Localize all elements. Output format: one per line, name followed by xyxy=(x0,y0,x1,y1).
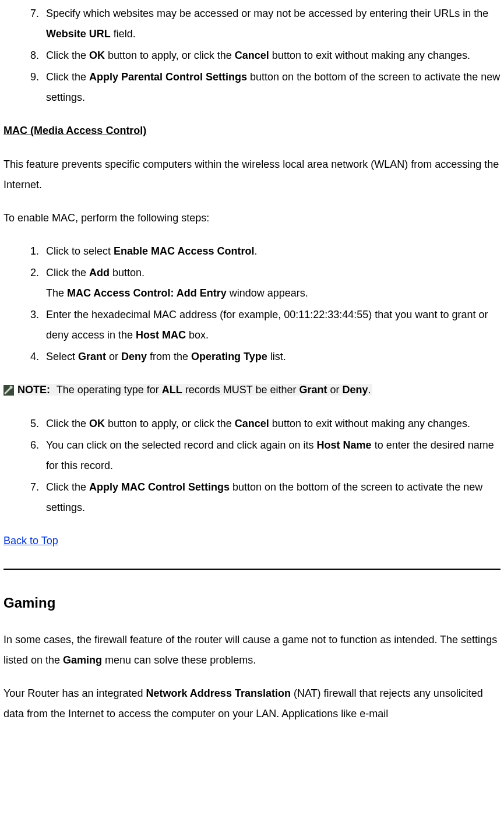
text: window appears. xyxy=(227,287,308,299)
mac-step-5: Click the OK button to apply, or click t… xyxy=(36,414,501,434)
bold-cancel: Cancel xyxy=(235,50,269,61)
step-8: Click the OK button to apply, or click t… xyxy=(36,45,501,66)
bold-website-url: Website URL xyxy=(46,28,111,40)
bold-add: Add xyxy=(89,267,110,278)
text: list. xyxy=(267,351,286,362)
text: button to exit without making any change… xyxy=(269,50,470,61)
gaming-intro: In some cases, the firewall feature of t… xyxy=(3,630,501,671)
mac-lead: To enable MAC, perform the following ste… xyxy=(3,208,501,228)
gaming-heading: Gaming xyxy=(3,590,501,617)
text: Click the xyxy=(46,71,89,83)
bold-nat: Network Address Translation xyxy=(146,687,291,699)
text: You can click on the selected record and… xyxy=(46,439,317,451)
text: Click the xyxy=(46,267,89,278)
mac-step-7: Click the Apply MAC Control Settings but… xyxy=(36,477,501,518)
note-body: NOTE: The operating type for ALL records… xyxy=(17,380,372,400)
text: . xyxy=(254,245,257,257)
text: Click the xyxy=(46,418,89,429)
mac-intro: This feature prevents specific computers… xyxy=(3,154,501,195)
text: button to exit without making any change… xyxy=(269,418,470,429)
mac-steps-list-continued: Click the OK button to apply, or click t… xyxy=(3,414,501,518)
text: menu can solve these problems. xyxy=(102,654,256,666)
steps-list-continued: Specify which websites may be accessed o… xyxy=(3,3,501,108)
bold-deny: Deny xyxy=(121,351,147,362)
section-divider xyxy=(3,569,501,570)
note-label: NOTE: xyxy=(17,384,52,396)
text: Specify which websites may be accessed o… xyxy=(46,8,488,19)
text: Click the xyxy=(46,481,89,493)
text: The xyxy=(46,287,67,299)
text: button to apply, or click the xyxy=(105,50,235,61)
mac-step-6: You can click on the selected record and… xyxy=(36,435,501,476)
text: box. xyxy=(186,329,209,341)
bold-host-mac: Host MAC xyxy=(136,329,186,341)
bold-apply-mac-control: Apply MAC Control Settings xyxy=(89,481,230,493)
bold-host-name: Host Name xyxy=(317,439,372,451)
back-to-top-link[interactable]: Back to Top xyxy=(3,535,58,546)
text: Click to select xyxy=(46,245,114,257)
mac-heading: MAC (Media Access Control) xyxy=(3,121,501,141)
mac-step-2-sub: The MAC Access Control: Add Entry window… xyxy=(46,283,501,304)
bold-grant: Grant xyxy=(78,351,106,362)
mac-step-4: Select Grant or Deny from the Operating … xyxy=(36,347,501,367)
text: Select xyxy=(46,351,78,362)
mac-steps-list: Click to select Enable MAC Access Contro… xyxy=(3,241,501,368)
text: or xyxy=(106,351,121,362)
text: Your Router has an integrated xyxy=(3,687,146,699)
text: from the xyxy=(147,351,191,362)
gaming-nat: Your Router has an integrated Network Ad… xyxy=(3,683,501,724)
bold-ok: OK xyxy=(89,418,105,429)
text: button to apply, or click the xyxy=(105,418,235,429)
note-text: The operating type for ALL records MUST … xyxy=(52,384,372,396)
mac-step-3: Enter the hexadecimal MAC address (for e… xyxy=(36,305,501,345)
step-9: Click the Apply Parental Control Setting… xyxy=(36,67,501,108)
step-7: Specify which websites may be accessed o… xyxy=(36,3,501,44)
text: Enter the hexadecimal MAC address (for e… xyxy=(46,309,488,341)
text: field. xyxy=(111,28,136,40)
mac-step-1: Click to select Enable MAC Access Contro… xyxy=(36,241,501,262)
bold-add-entry-window: MAC Access Control: Add Entry xyxy=(67,287,227,299)
note-icon xyxy=(3,385,14,396)
text: button. xyxy=(110,267,144,278)
bold-ok: OK xyxy=(89,50,105,61)
text: Click the xyxy=(46,50,89,61)
bold-cancel: Cancel xyxy=(235,418,269,429)
bold-gaming: Gaming xyxy=(63,654,102,666)
bold-apply-parental-control: Apply Parental Control Settings xyxy=(89,71,247,83)
mac-step-2: Click the Add button. The MAC Access Con… xyxy=(36,263,501,304)
bold-enable-mac: Enable MAC Access Control xyxy=(114,245,254,257)
bold-operating-type: Operating Type xyxy=(191,351,267,362)
note-callout: NOTE: The operating type for ALL records… xyxy=(3,380,501,400)
